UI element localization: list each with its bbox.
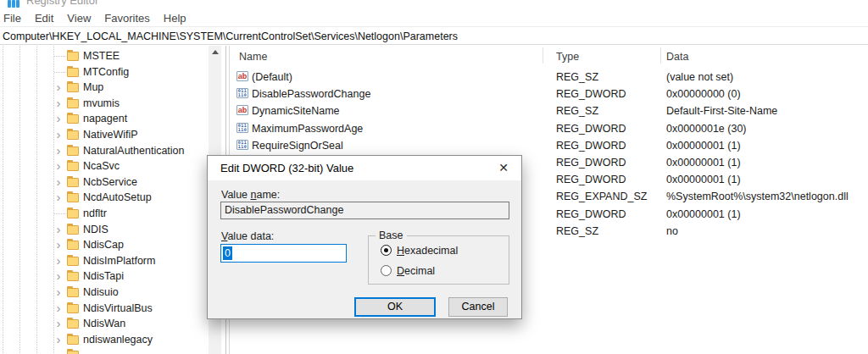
- tree-item-mvumis[interactable]: › mvumis: [0, 96, 209, 112]
- value-type-cell: REG_EXPAND_SZ: [556, 191, 647, 202]
- chevron-right-icon[interactable]: ›: [53, 268, 64, 285]
- chevron-right-icon[interactable]: ›: [53, 111, 64, 127]
- registry-value-row[interactable]: 011110 DisablePasswordChange REG_DWORD 0…: [231, 86, 868, 102]
- registry-value-row[interactable]: ab (Default) REG_SZ (value not set): [231, 69, 868, 86]
- value-data-input[interactable]: 0: [220, 244, 347, 263]
- value-name-cell[interactable]: (Default): [252, 71, 292, 83]
- value-data-cell: Default-First-Site-Name: [666, 105, 777, 117]
- value-type-cell: REG_SZ: [556, 105, 598, 117]
- close-icon[interactable]: ✕: [491, 158, 516, 178]
- tree-item-ndisuio[interactable]: › Ndisuio: [0, 285, 209, 301]
- decimal-label: Decimal: [397, 265, 435, 277]
- tree-item-mup[interactable]: › Mup: [0, 80, 209, 96]
- tree-item-ndisimplatform[interactable]: › NdisImPlatform: [0, 253, 209, 269]
- base-legend: Base: [376, 230, 407, 241]
- chevron-right-icon[interactable]: ›: [53, 127, 64, 143]
- registry-value-row[interactable]: ab DynamicSiteName REG_SZ Default-First-…: [231, 102, 868, 119]
- chevron-right-icon[interactable]: ›: [53, 237, 64, 253]
- tree-item-label: NaturalAuthentication: [83, 145, 185, 157]
- value-data-cell: 0x0000001e (30): [666, 123, 747, 135]
- value-type-cell: REG_DWORD: [556, 123, 626, 135]
- value-type-cell: REG_DWORD: [556, 174, 626, 185]
- base-groupbox: Base Hexadecimal Decimal: [368, 235, 509, 285]
- folder-icon: [67, 52, 79, 61]
- tree-item-label: NDIS: [83, 224, 108, 235]
- value-name-cell[interactable]: DynamicSiteName: [252, 105, 340, 117]
- tree-item[interactable]: [0, 347, 209, 354]
- value-name-cell[interactable]: DisablePasswordChange: [252, 88, 370, 100]
- value-name-cell[interactable]: MaximumPasswordAge: [252, 123, 363, 135]
- tree-item-nativewifip[interactable]: › NativeWifiP: [0, 127, 209, 143]
- tree-item-napagent[interactable]: › napagent: [0, 111, 209, 127]
- address-bar[interactable]: Computer\HKEY_LOCAL_MACHINE\SYSTEM\Curre…: [0, 28, 868, 45]
- chevron-right-icon[interactable]: ›: [53, 253, 64, 269]
- ok-button[interactable]: OK: [354, 297, 436, 317]
- decimal-radio[interactable]: [381, 265, 392, 276]
- tree-item-label: mvumis: [83, 97, 120, 109]
- tree-item-mstee[interactable]: MSTEE: [0, 48, 209, 64]
- chevron-right-icon[interactable]: ›: [53, 332, 64, 348]
- chevron-right-icon[interactable]: ›: [53, 158, 64, 174]
- chevron-right-icon[interactable]: ›: [53, 96, 64, 112]
- tree-item-label: NcdAutoSetup: [83, 191, 152, 203]
- registry-value-row[interactable]: 011110 RequireSignOrSeal REG_DWORD 0x000…: [231, 137, 868, 154]
- tree-item-ndistapi[interactable]: › NdisTapi: [0, 268, 209, 285]
- selected-text: 0: [223, 246, 232, 260]
- chevron-right-icon[interactable]: ›: [53, 174, 64, 191]
- scroll-up-arrow-icon[interactable]: [209, 46, 221, 58]
- menu-edit[interactable]: Edit: [34, 11, 54, 25]
- chevron-right-icon[interactable]: ›: [53, 285, 64, 301]
- tree-item-label: NdisTapi: [83, 270, 124, 282]
- value-type-cell: REG_DWORD: [556, 88, 626, 100]
- hexadecimal-radio[interactable]: [381, 245, 392, 256]
- tree-item-ndiswan[interactable]: › NdisWan: [0, 316, 209, 332]
- tree-item-label: ndiswanlegacy: [83, 334, 153, 346]
- column-separator[interactable]: [660, 47, 661, 64]
- column-header-data[interactable]: Data: [666, 51, 688, 63]
- registry-tree-pane[interactable]: MSTEE MTConfig › Mup › mvumis › napagent…: [0, 46, 209, 354]
- menu-view[interactable]: View: [66, 11, 92, 25]
- tree-connector: [54, 72, 65, 73]
- column-header-name[interactable]: Name: [239, 51, 267, 63]
- cancel-button[interactable]: Cancel: [448, 297, 508, 317]
- string-value-icon: ab: [236, 71, 248, 81]
- tree-item-ndfltr[interactable]: ndfltr: [0, 206, 209, 222]
- menu-favorites[interactable]: Favorites: [103, 11, 150, 25]
- folder-icon: [67, 68, 79, 77]
- value-name-cell[interactable]: RequireSignOrSeal: [252, 140, 343, 152]
- tree-item-ndis[interactable]: › NDIS: [0, 222, 209, 238]
- tree-item-label: MSTEE: [83, 50, 120, 62]
- tree-item-ndiscap[interactable]: › NdisCap: [0, 237, 209, 253]
- chevron-right-icon[interactable]: ›: [53, 222, 64, 238]
- column-separator[interactable]: [542, 47, 543, 64]
- tree-item-ndisvirtualbus[interactable]: › NdisVirtualBus: [0, 301, 209, 317]
- registry-value-row[interactable]: 011110 MaximumPasswordAge REG_DWORD 0x00…: [231, 120, 868, 137]
- chevron-right-icon[interactable]: ›: [53, 190, 64, 206]
- tree-item-label: NcaSvc: [83, 160, 120, 172]
- tree-item-label: NdisCap: [83, 239, 124, 251]
- tree-item-mtconfig[interactable]: MTConfig: [0, 64, 209, 80]
- edit-dword-dialog: Edit DWORD (32-bit) Value ✕ Value name: …: [207, 155, 522, 319]
- chevron-right-icon[interactable]: ›: [53, 301, 64, 317]
- folder-icon: [67, 178, 79, 187]
- column-header-type[interactable]: Type: [556, 51, 579, 63]
- folder-icon: [67, 83, 79, 92]
- chevron-right-icon[interactable]: ›: [53, 143, 64, 159]
- dialog-titlebar[interactable]: Edit DWORD (32-bit) Value ✕: [208, 156, 521, 180]
- chevron-right-icon[interactable]: ›: [53, 316, 64, 332]
- folder-icon: [67, 272, 79, 281]
- registry-editor-icon: [8, 0, 20, 8]
- tree-item-ndiswanlegacy[interactable]: › ndiswanlegacy: [0, 332, 209, 348]
- tree-item-ncdautosetup[interactable]: › NcdAutoSetup: [0, 190, 209, 206]
- list-header: Name Type Data: [231, 46, 868, 67]
- folder-icon: [67, 193, 79, 202]
- value-type-cell: REG_DWORD: [556, 157, 626, 169]
- menu-file[interactable]: File: [3, 11, 22, 25]
- tree-item-naturalauthentication[interactable]: › NaturalAuthentication: [0, 143, 209, 159]
- tree-item-ncasvc[interactable]: › NcaSvc: [0, 158, 209, 174]
- value-name-field[interactable]: DisablePasswordChange: [220, 202, 509, 219]
- tree-item-ncbservice[interactable]: › NcbService: [0, 174, 209, 191]
- tree-item-label: Mup: [83, 81, 103, 93]
- chevron-right-icon[interactable]: ›: [53, 80, 64, 96]
- menu-help[interactable]: Help: [163, 11, 187, 25]
